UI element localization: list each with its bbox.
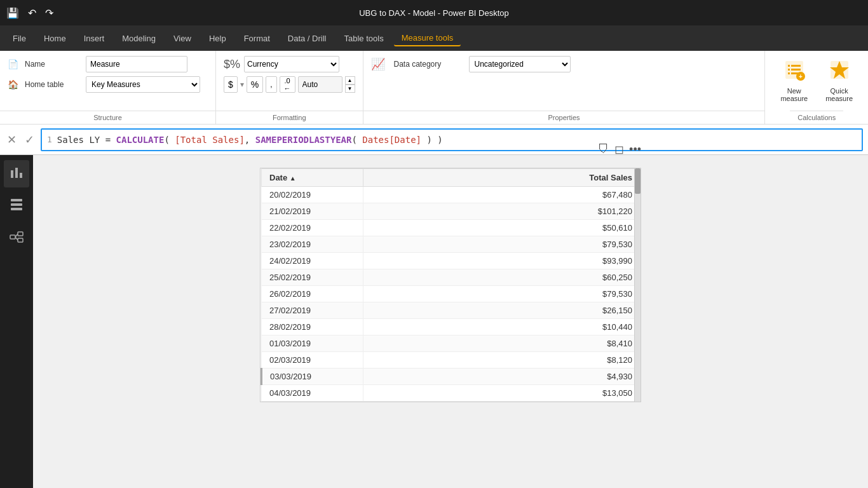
menu-format[interactable]: Format [236, 31, 278, 46]
svg-rect-17 [10, 235, 15, 239]
home-table-select[interactable]: Key Measures Sales Products Dates [86, 76, 200, 93]
name-input[interactable] [86, 56, 187, 72]
table-row: 27/02/2019 $26,150 [262, 302, 641, 319]
spinner-down[interactable]: ▼ [345, 85, 355, 93]
calc-buttons: + Newmeasure Quickmeasure [775, 56, 858, 111]
calculations-label: Calculations [790, 111, 843, 121]
svg-rect-2 [788, 69, 790, 71]
data-category-select[interactable]: Uncategorized Address Place Latitude Lon… [469, 56, 571, 72]
title-bar-icons: 💾 ↶ ↷ [6, 7, 53, 19]
table-row: 02/03/2019 $8,120 [262, 352, 641, 369]
quick-measure-icon [828, 58, 851, 85]
formula-close: ) ) [421, 135, 443, 145]
table-row: 24/02/2019 $93,990 [262, 253, 641, 269]
expand-icon[interactable]: ◻ [614, 142, 624, 156]
left-sidebar [0, 155, 33, 488]
sort-asc-icon: ▲ [290, 175, 296, 182]
table-wrapper: ⛉ ◻ ••• Date ▲ Total Sales [260, 168, 641, 402]
svg-rect-12 [15, 168, 18, 178]
properties-fields: 📈 Data category Uncategorized Address Pl… [371, 56, 757, 111]
ribbon-structure-section: 📄 Name 🏠 Home table Key Measures Sales P… [0, 51, 216, 124]
menu-home[interactable]: Home [36, 31, 74, 46]
sales-cell: $10,440 [363, 319, 641, 336]
ribbon-calculations-section: + Newmeasure Quickmeasure Calculations [765, 51, 868, 124]
formula-total-sales: [Total Sales] [175, 135, 245, 145]
currency-format-icon: $% [224, 58, 240, 71]
name-label: Name [25, 60, 82, 69]
undo-icon[interactable]: ↶ [28, 7, 36, 19]
svg-rect-13 [20, 173, 22, 178]
formula-bar-container[interactable]: 1 Sales LY = CALCULATE( [Total Sales], S… [41, 128, 863, 151]
quick-measure-button[interactable]: Quickmeasure [820, 56, 858, 111]
table-header: Date ▲ Total Sales [262, 169, 641, 187]
menu-file[interactable]: File [5, 31, 34, 46]
data-area: ⛉ ◻ ••• Date ▲ Total Sales [33, 155, 868, 488]
properties-label: Properties [363, 111, 765, 121]
formula-confirm-icon[interactable]: ✓ [23, 133, 36, 147]
save-icon[interactable]: 💾 [6, 7, 19, 19]
date-cell: 04/03/2019 [262, 385, 363, 402]
spinner-up[interactable]: ▲ [345, 76, 355, 85]
menu-modeling[interactable]: Modeling [114, 31, 163, 46]
formula-comma: , [245, 135, 255, 145]
quick-measure-label: Quickmeasure [825, 87, 853, 102]
home-table-icon: 🏠 [8, 79, 18, 90]
sales-cell: $13,050 [363, 385, 641, 402]
table-toolbar: ⛉ ◻ ••• [598, 142, 641, 156]
new-measure-button[interactable]: + Newmeasure [775, 56, 813, 111]
svg-rect-3 [788, 72, 790, 74]
date-cell: 20/02/2019 [262, 187, 363, 203]
menu-data-drill[interactable]: Data / Drill [280, 31, 334, 46]
date-column-header[interactable]: Date ▲ [262, 169, 363, 187]
formula-measure-name: Sales LY = [57, 135, 116, 145]
sidebar-model-icon[interactable] [4, 225, 29, 252]
format-bottom: $ ▾ % , .0← ▲ ▼ [224, 76, 355, 93]
sidebar-data-icon[interactable] [4, 193, 29, 220]
date-cell: 26/02/2019 [262, 286, 363, 302]
scrollbar-thumb[interactable] [635, 168, 641, 194]
sales-cell: $67,480 [363, 187, 641, 203]
formatting-label: Formatting [216, 111, 363, 121]
table-row: 23/02/2019 $79,530 [262, 236, 641, 253]
formula-sameperiod: SAMEPERIODLASTYEAR [255, 135, 352, 145]
table-row: 28/02/2019 $10,440 [262, 319, 641, 336]
dropdown-arrow-1: ▾ [240, 80, 244, 89]
date-cell: 22/02/2019 [262, 220, 363, 236]
formula-cancel-icon[interactable]: ✕ [5, 133, 18, 147]
percent-btn[interactable]: % [247, 76, 263, 93]
sales-cell: $4,930 [363, 369, 641, 385]
decimal-btn[interactable]: .0← [280, 76, 295, 93]
menu-table-tools[interactable]: Table tools [336, 31, 391, 46]
auto-input[interactable] [298, 76, 342, 93]
filter-icon[interactable]: ⛉ [598, 143, 609, 156]
dollar-btn[interactable]: $ [224, 76, 238, 93]
home-table-row: 🏠 Home table Key Measures Sales Products… [8, 76, 208, 93]
redo-icon[interactable]: ↷ [45, 7, 53, 19]
table-row: 20/02/2019 $67,480 [262, 187, 641, 203]
sales-cell: $93,990 [363, 253, 641, 269]
comma-btn[interactable]: , [266, 76, 276, 93]
more-icon[interactable]: ••• [629, 143, 641, 156]
menu-view[interactable]: View [166, 31, 199, 46]
new-measure-label: Newmeasure [780, 87, 808, 102]
ribbon-properties-section: 📈 Data category Uncategorized Address Pl… [363, 51, 766, 124]
svg-rect-15 [11, 203, 22, 206]
menu-insert[interactable]: Insert [76, 31, 112, 46]
table-body: 20/02/2019 $67,480 21/02/2019 $101,220 2… [262, 187, 641, 402]
table-row: 25/02/2019 $60,250 [262, 269, 641, 286]
menu-help[interactable]: Help [201, 31, 234, 46]
menu-measure-tools[interactable]: Measure tools [394, 30, 461, 46]
sidebar-report-icon[interactable] [4, 160, 29, 187]
sales-cell: $79,530 [363, 236, 641, 253]
svg-rect-1 [788, 65, 790, 67]
date-cell: 27/02/2019 [262, 302, 363, 319]
format-dropdown[interactable]: Currency Whole Number Decimal Number Per… [244, 56, 339, 72]
date-cell: 02/03/2019 [262, 352, 363, 369]
svg-rect-11 [11, 170, 13, 178]
vertical-scrollbar[interactable] [634, 168, 641, 402]
sales-column-header[interactable]: Total Sales [363, 169, 641, 187]
app-title: UBG to DAX - Model - Power BI Desktop [359, 8, 509, 18]
svg-rect-14 [11, 199, 22, 201]
table-row: 26/02/2019 $79,530 [262, 286, 641, 302]
data-table: Date ▲ Total Sales 20/02/2019 $67,480 [261, 168, 641, 402]
